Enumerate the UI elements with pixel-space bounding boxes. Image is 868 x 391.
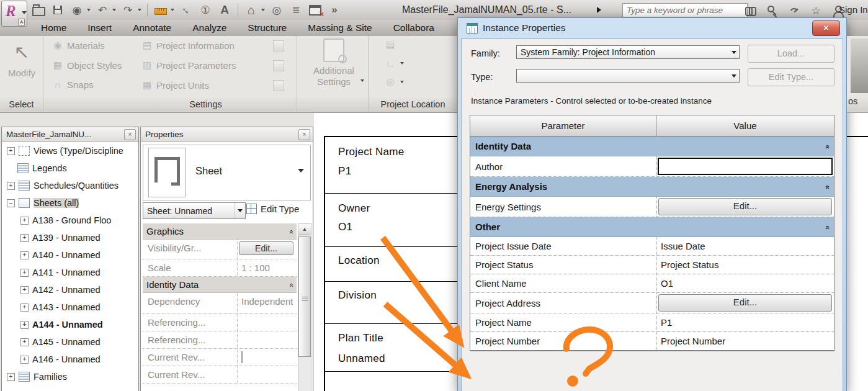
redo-icon[interactable]: ↷	[120, 3, 135, 17]
sign-in-link[interactable]: Sign In	[839, 4, 868, 15]
toolbar-overflow-icon[interactable]: »	[327, 3, 342, 17]
expander-icon[interactable]: +	[20, 338, 29, 346]
expander-icon[interactable]: +	[20, 356, 29, 364]
collapse-chevron-icon[interactable]: «	[289, 283, 293, 286]
additional-settings-button[interactable]: Additional Settings	[304, 38, 364, 88]
purge-unused-icon[interactable]	[273, 60, 284, 71]
default-3d-view-icon[interactable]: ⌂	[244, 3, 259, 17]
close-hidden-windows-icon[interactable]	[308, 3, 323, 17]
combobox-arrow-icon[interactable]	[729, 70, 739, 82]
load-button[interactable]: Load...	[748, 45, 834, 63]
dialog-title-bar[interactable]: Instance Properties	[467, 22, 566, 34]
title-expand-arrow-icon[interactable]	[597, 7, 601, 13]
combobox-arrow-icon[interactable]	[235, 203, 245, 218]
property-row-current-revision[interactable]: Current Rev...	[143, 366, 297, 384]
scrollbar-thumb[interactable]	[298, 236, 311, 357]
property-row-referencing-sheet[interactable]: Referencing...	[143, 314, 297, 331]
search-help-icon[interactable]	[743, 4, 758, 17]
measure-icon[interactable]	[153, 3, 168, 17]
aligned-dimension-icon[interactable]: ↔	[179, 3, 194, 17]
tree-item-sheet-a144-current[interactable]: +A144 - Unnamed	[2, 316, 138, 333]
collapse-chevron-icon[interactable]: «	[825, 225, 830, 228]
save-icon[interactable]	[50, 3, 65, 17]
property-row-current-revision-issued[interactable]: Current Rev...	[143, 349, 297, 366]
materials-button[interactable]: ◉Materials	[52, 40, 105, 51]
tree-item-families[interactable]: +Families	[2, 368, 138, 385]
property-row-dependency[interactable]: DependencyIndependent	[143, 293, 297, 314]
tree-item-views[interactable]: +Views (Type/Discipline	[2, 142, 138, 160]
tag-by-category-icon[interactable]: ①	[198, 3, 213, 17]
communication-center-icon[interactable]	[787, 4, 802, 17]
subscription-key-icon[interactable]	[765, 4, 780, 17]
close-icon[interactable]: ×	[124, 129, 136, 140]
undo-icon[interactable]: ↶	[95, 3, 110, 17]
location-icon[interactable]: ▤	[385, 39, 396, 49]
text-icon[interactable]: A	[217, 3, 232, 17]
row-project-address[interactable]: Project Address Edit...	[470, 293, 834, 313]
collapse-chevron-icon[interactable]: «	[825, 145, 830, 148]
tree-item-sheets[interactable]: –Sheets (all)	[2, 194, 138, 212]
project-units-button[interactable]: ▦Project Units	[141, 79, 209, 91]
tab-structure[interactable]: Structure	[248, 22, 287, 34]
expander-icon[interactable]: +	[20, 286, 29, 294]
sync-icon[interactable]: ◉	[69, 3, 84, 17]
tab-analyze[interactable]: Analyze	[192, 22, 226, 34]
band-energy-analysis[interactable]: Energy Analysis«	[470, 177, 834, 197]
property-row-scale[interactable]: Scale1 : 100	[143, 259, 297, 277]
object-styles-button[interactable]: ▦Object Styles	[52, 60, 122, 71]
tree-item-sheet-a141[interactable]: +A141 - Unnamed	[2, 264, 138, 281]
energy-settings-edit-button[interactable]: Edit...	[658, 198, 832, 215]
expander-icon[interactable]: +	[20, 269, 29, 277]
properties-header[interactable]: Properties ×	[141, 127, 313, 142]
tree-item-sheet-a142[interactable]: +A142 - Unnamed	[2, 281, 138, 299]
project-browser-header[interactable]: MasterFile_JamalNU... ×	[2, 127, 138, 142]
row-project-status[interactable]: Project StatusProject Status	[470, 256, 834, 274]
3d-view-dropdown-arrow[interactable]	[261, 9, 265, 11]
transfer-project-standards-icon[interactable]	[273, 40, 284, 52]
section-icon[interactable]: ◎	[269, 3, 284, 17]
project-parameters-button[interactable]: ▥Project Parameters	[141, 60, 236, 71]
property-row-referencing-detail[interactable]: Referencing...	[143, 331, 297, 349]
close-icon[interactable]: ×	[298, 129, 310, 140]
band-identity-data[interactable]: Identity Data«	[470, 137, 834, 156]
author-value-input[interactable]	[658, 158, 833, 175]
application-menu-button[interactable]: R A	[1, 1, 27, 27]
type-selector-dropdown-arrow[interactable]	[298, 169, 304, 173]
tree-item-sheet-a139[interactable]: +A139 - Unnamed	[2, 229, 138, 246]
project-information-button[interactable]: ▤Project Information	[141, 40, 235, 51]
tab-annotate[interactable]: Annotate	[133, 22, 171, 34]
tree-item-schedules[interactable]: +Schedules/Quantities	[2, 177, 138, 194]
position-dropdown-arrow[interactable]	[400, 81, 404, 83]
modify-button[interactable]: ↖ Modify	[5, 41, 38, 78]
tree-item-sheet-a145[interactable]: +A145 - Unnamed	[2, 333, 138, 351]
tree-item-sheet-a138[interactable]: +A138 - Ground Floo	[2, 212, 138, 229]
panel-label-settings[interactable]: Settings	[43, 99, 368, 109]
tree-item-sheet-a146[interactable]: +A146 - Unnamed	[2, 351, 138, 368]
scroll-up-icon[interactable]: ▲	[298, 224, 311, 235]
expander-icon[interactable]: +	[7, 373, 15, 381]
type-combobox[interactable]	[516, 69, 740, 83]
tree-item-sheet-a140[interactable]: +A140 - Unnamed	[2, 246, 138, 264]
search-input[interactable]	[622, 3, 748, 17]
collapse-chevron-icon[interactable]: «	[825, 185, 830, 188]
measure-dropdown-arrow[interactable]	[171, 9, 174, 11]
favorites-star-icon[interactable]: ☆	[808, 4, 823, 17]
type-selector[interactable]: Sheet	[143, 145, 311, 200]
group-graphics[interactable]: Graphics«	[143, 223, 297, 240]
tab-collaborate[interactable]: Collabora	[393, 22, 434, 34]
family-combobox[interactable]: System Family: Project Information	[516, 45, 740, 59]
row-client-name[interactable]: Client NameO1	[470, 274, 834, 293]
tab-home[interactable]: Home	[41, 22, 66, 34]
edit-type-button[interactable]: Edit Type	[246, 204, 299, 214]
instance-type-combobox[interactable]: Sheet: Unnamed	[143, 202, 246, 219]
tab-massing-site[interactable]: Massing & Site	[308, 22, 372, 34]
collapse-chevron-icon[interactable]: «	[289, 230, 293, 233]
tree-item-sheet-a143[interactable]: +A143 - Unnamed	[2, 299, 138, 316]
panel-label-select[interactable]: Select	[0, 99, 43, 109]
row-project-issue-date[interactable]: Project Issue DateIssue Date	[470, 237, 834, 256]
group-identity-data[interactable]: Identity Data«	[143, 277, 297, 293]
snaps-button[interactable]: ∩Snaps	[52, 79, 94, 90]
panel-label-project-location[interactable]: Project Location	[369, 99, 457, 109]
coordinates-dropdown-arrow[interactable]	[400, 62, 404, 65]
additional-settings-dropdown-arrow[interactable]	[360, 79, 364, 82]
